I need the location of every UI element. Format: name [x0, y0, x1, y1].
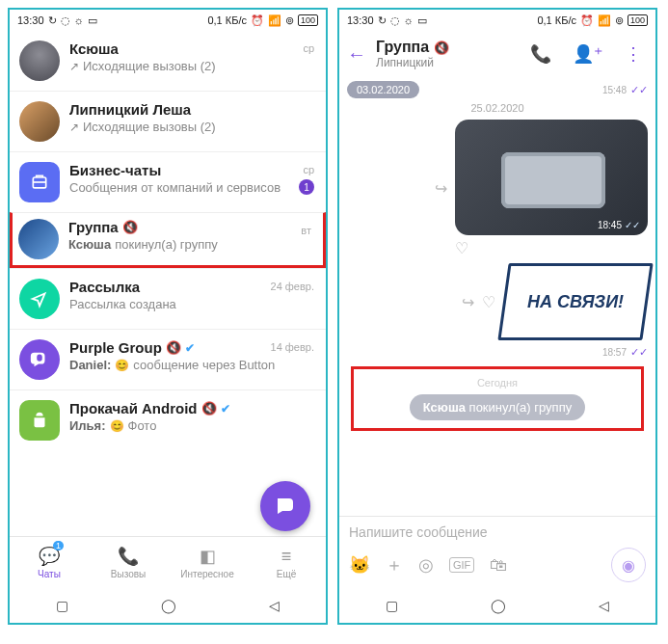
- like-icon[interactable]: ♡: [482, 293, 495, 311]
- chat-name: Purple Group: [69, 339, 162, 356]
- conversation-title: Группа: [376, 39, 429, 56]
- compose-fab[interactable]: [260, 481, 310, 531]
- camera-button[interactable]: ◎: [418, 554, 434, 576]
- message-input-area: Напишите сообщение: [339, 516, 655, 548]
- sticker-text: НА СВЯЗИ!: [527, 293, 624, 311]
- mute-icon: 🔇: [434, 40, 449, 55]
- nav-back-icon[interactable]: ◁: [599, 598, 609, 613]
- menu-button[interactable]: ⋮: [619, 43, 648, 65]
- like-icon[interactable]: ♡: [455, 239, 468, 257]
- sun-icon: ☼: [74, 14, 84, 26]
- avatar: [19, 40, 60, 81]
- battery-icon: 100: [628, 14, 648, 26]
- chat-meta: ср: [303, 42, 314, 54]
- msg-time: 15:48: [602, 85, 627, 95]
- attach-button[interactable]: 🛍: [490, 555, 507, 576]
- tab-calls[interactable]: 📞 Вызовы: [89, 537, 168, 588]
- date-pill: 03.02.2020: [347, 81, 419, 98]
- chat-row-highlighted[interactable]: Группа 🔇 Ксюша покинул(а) группу вт: [10, 212, 326, 268]
- status-net: 0,1 КБ/с: [207, 14, 247, 26]
- mute-icon: 🔇: [201, 401, 217, 416]
- msg-time: 18:57: [602, 347, 627, 358]
- cast-icon: ▭: [417, 14, 427, 27]
- status-bar: 13:30 ↻ ◌ ☼ ▭ 0,1 КБ/с ⏰ 📶 ⊚ 100: [10, 10, 326, 31]
- system-nav: ▢ ◯ ◁: [339, 588, 655, 623]
- tab-chats[interactable]: 💬 1 Чаты: [10, 537, 89, 588]
- system-message-who: Ксюша: [423, 400, 466, 415]
- chat-sub: покинул(а) группу: [115, 237, 218, 252]
- system-message-rest: покинул(а) группу: [469, 400, 573, 415]
- chat-meta: 24 февр.: [271, 281, 314, 292]
- gif-button[interactable]: GIF: [449, 557, 474, 573]
- chat-sub: Рассылка создана: [69, 297, 176, 311]
- avatar: [19, 162, 60, 202]
- verified-icon: ✔: [185, 341, 195, 355]
- wifi-icon: ⊚: [615, 14, 624, 27]
- unread-badge: 1: [299, 179, 314, 195]
- tab-more[interactable]: ≡ Ещё: [247, 537, 326, 588]
- call-button[interactable]: 📞: [524, 43, 557, 65]
- whatsapp-icon: ◌: [390, 14, 400, 27]
- chat-sub: сообщение через Button: [133, 358, 275, 372]
- chat-name: Рассылка: [69, 279, 140, 295]
- add-member-button[interactable]: 👤⁺: [567, 43, 609, 65]
- chat-list: Ксюша ↗Исходящие вызовы (2) ср Липницкий…: [10, 31, 326, 536]
- conversation-body[interactable]: 03.02.2020 15:48 ✓✓ 25.02.2020 ↪ 18:45 ✓…: [339, 77, 655, 516]
- bottom-nav: 💬 1 Чаты 📞 Вызовы ◧ Интересное ≡ Ещё: [10, 536, 326, 588]
- chat-row[interactable]: Липницкий Леша ↗Исходящие вызовы (2): [10, 91, 326, 151]
- chat-sub: Фото: [128, 418, 157, 433]
- conversation-title-area[interactable]: Группа 🔇 Липницкий: [376, 39, 515, 69]
- chat-sub: Исходящие вызовы (2): [83, 59, 216, 73]
- message-input[interactable]: Напишите сообщение: [349, 524, 646, 540]
- input-tools: 🐱 ＋ ◎ GIF 🛍 ◉: [339, 548, 655, 588]
- verified-icon: ✔: [221, 402, 230, 416]
- chat-sub: Исходящие вызовы (2): [83, 120, 216, 134]
- voice-send-button[interactable]: ◉: [611, 548, 646, 582]
- sticker-message-row: ↪ ♡ НА СВЯЗИ!: [347, 263, 648, 340]
- forward-icon[interactable]: ↪: [462, 293, 474, 311]
- chat-sub-strong: Daniel:: [69, 358, 111, 372]
- explore-icon: ◧: [200, 546, 216, 567]
- battery-icon: 100: [298, 14, 318, 26]
- nav-recent-icon[interactable]: ▢: [386, 598, 398, 613]
- chat-row[interactable]: Бизнес-чаты Сообщения от компаний и серв…: [10, 151, 326, 212]
- back-button[interactable]: ←: [347, 43, 366, 66]
- chat-row[interactable]: Прокачай Android 🔇 ✔ Илья: 😊 Фото: [10, 389, 326, 450]
- mute-icon: 🔇: [122, 220, 138, 234]
- chat-name: Прокачай Android: [69, 400, 198, 416]
- tab-label: Интересное: [180, 569, 234, 579]
- nav-home-icon[interactable]: ◯: [491, 598, 506, 613]
- nav-recent-icon[interactable]: ▢: [56, 598, 68, 613]
- nav-home-icon[interactable]: ◯: [161, 598, 176, 613]
- chat-row[interactable]: Purple Group 🔇 ✔ Daniel: 😊 сообщение чер…: [10, 329, 326, 389]
- wifi-icon: ⊚: [285, 14, 294, 27]
- mute-icon: 🔇: [166, 340, 181, 355]
- image-message-row: ↪ 18:45 ✓✓ ♡: [347, 120, 648, 257]
- nav-back-icon[interactable]: ◁: [269, 598, 280, 613]
- msg-time: 18:45: [598, 220, 622, 230]
- sticker-button[interactable]: 🐱: [349, 554, 370, 576]
- tab-explore[interactable]: ◧ Интересное: [168, 537, 247, 588]
- signal-icon: 📶: [268, 14, 281, 27]
- conversation-subtitle: Липницкий: [376, 56, 515, 69]
- delivered-icon: ✓✓: [630, 346, 648, 359]
- forward-icon[interactable]: ↪: [435, 179, 447, 198]
- image-message[interactable]: 18:45 ✓✓: [455, 120, 648, 235]
- chat-row[interactable]: Ксюша ↗Исходящие вызовы (2) ср: [10, 31, 326, 91]
- avatar: [19, 400, 60, 441]
- sticker-message[interactable]: НА СВЯЗИ!: [497, 263, 653, 340]
- chat-meta: вт: [301, 225, 311, 236]
- outgoing-call-icon: ↗: [69, 60, 79, 73]
- chat-sub: Сообщения от компаний и сервисов: [69, 180, 281, 195]
- sync-icon: ↻: [48, 14, 57, 27]
- chat-name: Липницкий Леша: [69, 101, 191, 118]
- chats-badge: 1: [53, 541, 64, 550]
- avatar: [19, 279, 60, 319]
- cast-icon: ▭: [88, 14, 97, 27]
- emoji-icon: 😊: [110, 419, 124, 433]
- chat-row[interactable]: Рассылка Рассылка создана 24 февр.: [10, 268, 326, 329]
- system-message-highlighted: Сегодня Ксюша покинул(а) группу: [351, 366, 644, 431]
- date-today: Сегодня: [363, 377, 631, 389]
- chat-name: Бизнес-чаты: [69, 162, 161, 178]
- plus-button[interactable]: ＋: [386, 553, 403, 577]
